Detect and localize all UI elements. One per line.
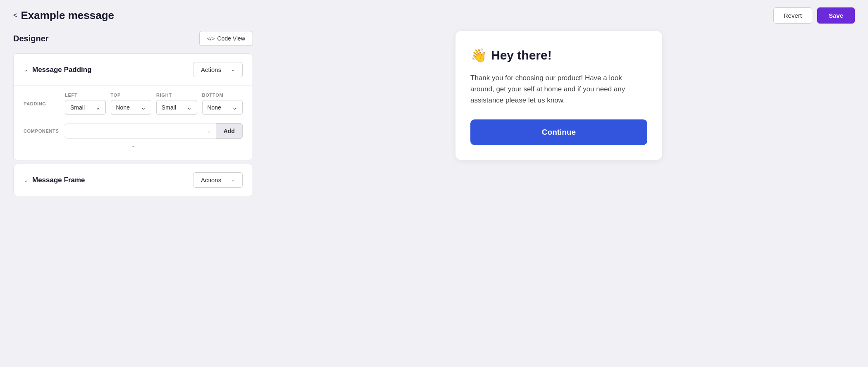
right-dropdown-chevron-icon: ⌄ (187, 104, 192, 111)
message-padding-title: Message Padding (32, 66, 92, 74)
components-input-chevron-icon: ⌄ (207, 129, 211, 134)
padding-row-label: PADDING (24, 101, 65, 106)
header: < Example message Revert Save (0, 0, 868, 31)
save-button[interactable]: Save (817, 7, 855, 24)
code-view-label: Code View (217, 35, 245, 42)
message-frame-card: ⌄ Message Frame Actions ⌄ (13, 164, 253, 196)
padding-right-value: Small (162, 104, 176, 111)
padding-bottom-select[interactable]: None ⌄ (202, 100, 243, 115)
message-padding-actions-dropdown[interactable]: Actions ⌄ (193, 62, 243, 77)
frame-collapse-chevron-icon: ⌄ (24, 177, 28, 183)
wave-emoji: 👋 (470, 48, 487, 63)
left-col-label: LEFT (65, 93, 106, 98)
padding-controls: LEFT Small ⌄ TOP None ⌄ (65, 93, 243, 115)
padding-bottom-value: None (207, 104, 221, 111)
padding-left-col: LEFT Small ⌄ (65, 93, 106, 115)
frame-actions-dropdown-chevron-icon: ⌄ (231, 177, 235, 183)
page-title: Example message (21, 9, 114, 22)
right-panel: 👋 Hey there! Thank you for choosing our … (263, 31, 855, 200)
top-col-label: TOP (111, 93, 152, 98)
padding-left-select[interactable]: Small ⌄ (65, 100, 106, 115)
left-dropdown-chevron-icon: ⌄ (95, 104, 100, 111)
padding-right-col: RIGHT Small ⌄ (156, 93, 197, 115)
frame-actions-label: Actions (201, 176, 221, 184)
main-layout: Designer </> Code View ⌄ Message Padding… (0, 31, 868, 213)
bottom-col-label: BOTTOM (202, 93, 243, 98)
padding-top-col: TOP None ⌄ (111, 93, 152, 115)
message-frame-title: Message Frame (32, 176, 85, 184)
designer-header: Designer </> Code View (13, 31, 253, 46)
preview-title: Hey there! (491, 48, 552, 62)
section-title-row[interactable]: ⌄ Message Padding (24, 66, 92, 74)
continue-button[interactable]: Continue (470, 119, 647, 145)
expand-chevron-icon: ⌄ (131, 142, 136, 148)
padding-top-select[interactable]: None ⌄ (111, 100, 152, 115)
add-button[interactable]: Add (216, 123, 243, 139)
components-row: COMPONENTS ⌄ Add (24, 123, 243, 139)
bottom-dropdown-chevron-icon: ⌄ (232, 104, 237, 111)
collapse-chevron-icon: ⌄ (24, 67, 28, 73)
actions-dropdown-chevron-icon: ⌄ (231, 67, 235, 72)
left-panel: Designer </> Code View ⌄ Message Padding… (13, 31, 253, 200)
message-frame-header: ⌄ Message Frame Actions ⌄ (14, 164, 253, 196)
expand-chevron[interactable]: ⌄ (24, 139, 243, 150)
message-padding-header: ⌄ Message Padding Actions ⌄ (14, 54, 253, 86)
padding-left-value: Small (70, 104, 85, 111)
preview-heading: 👋 Hey there! (470, 48, 647, 63)
right-col-label: RIGHT (156, 93, 197, 98)
designer-label: Designer (13, 34, 49, 43)
preview-card: 👋 Hey there! Thank you for choosing our … (455, 31, 662, 160)
revert-button[interactable]: Revert (773, 7, 812, 24)
components-input-wrap: ⌄ (65, 124, 216, 138)
back-chevron-icon[interactable]: < (13, 11, 18, 20)
padding-right-select[interactable]: Small ⌄ (156, 100, 197, 115)
padding-top-value: None (116, 104, 130, 111)
top-dropdown-chevron-icon: ⌄ (141, 104, 146, 111)
padding-section-body: PADDING LEFT Small ⌄ TOP None (14, 86, 253, 160)
actions-label: Actions (201, 66, 221, 73)
padding-bottom-col: BOTTOM None ⌄ (202, 93, 243, 115)
code-view-button[interactable]: </> Code View (199, 31, 253, 46)
components-input[interactable] (70, 128, 207, 134)
message-frame-actions-dropdown[interactable]: Actions ⌄ (193, 172, 243, 188)
header-left: < Example message (13, 9, 114, 22)
code-icon: </> (207, 36, 215, 42)
header-actions: Revert Save (773, 7, 855, 24)
message-padding-card: ⌄ Message Padding Actions ⌄ PADDING LEFT (13, 53, 253, 160)
preview-body: Thank you for choosing our product! Have… (470, 72, 647, 106)
padding-row: PADDING LEFT Small ⌄ TOP None (24, 93, 243, 115)
components-row-label: COMPONENTS (24, 129, 65, 133)
frame-section-title-row[interactable]: ⌄ Message Frame (24, 176, 85, 184)
